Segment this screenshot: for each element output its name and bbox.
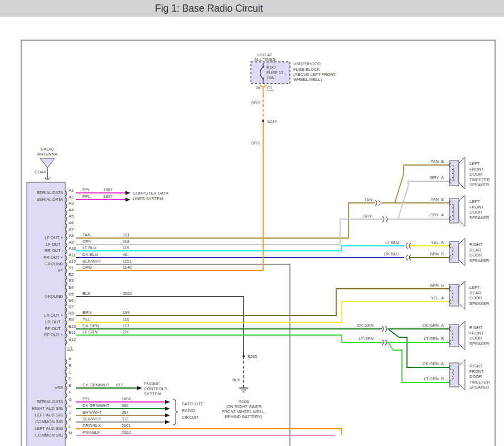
row-label: RR OUT - xyxy=(45,248,64,253)
wire-color-label: LT BLU xyxy=(385,240,399,245)
row-label: VSS xyxy=(55,385,63,390)
speaker-name-line: TWEETER xyxy=(469,380,490,385)
wire-color-label: DK GRN/WHT xyxy=(83,382,110,387)
fuse-terminal-dot xyxy=(263,78,264,80)
pin-letter: B xyxy=(441,376,444,381)
pin-label: A10 xyxy=(69,246,76,251)
row-label: SERIAL DATA xyxy=(37,190,63,195)
wire-color-label: GRY xyxy=(83,239,91,244)
speaker-name-line: SPEAKER xyxy=(469,301,490,306)
row-label: SERIAL DATA xyxy=(37,399,63,404)
pin-label: D xyxy=(69,376,72,381)
engine-controls-label: CONTROLS xyxy=(144,386,167,391)
wire-color-label: LT GRN xyxy=(358,336,374,341)
speaker-name-line: DOOR xyxy=(469,210,482,215)
pin-letter: A xyxy=(441,240,444,245)
splice-s214-label: S214 xyxy=(267,119,277,124)
wire-color-label: BLK/WHT xyxy=(83,259,101,264)
wire-color-label: PPL xyxy=(83,194,90,199)
speaker-name-line: SPEAKER xyxy=(469,341,490,346)
splice-s214-dot xyxy=(262,120,264,122)
pin-label: G xyxy=(69,397,72,402)
splice-s205-label: S205 xyxy=(248,354,258,359)
wire-color-label: BRN/WHT xyxy=(83,410,102,415)
speaker-magnet xyxy=(449,324,459,347)
speaker-magnet xyxy=(449,161,459,186)
computer-data-label: COMPUTER DATA xyxy=(133,191,168,196)
row-label: LR OUT - xyxy=(45,319,63,324)
coax-label: COAX xyxy=(35,169,46,174)
pin-label: B7 xyxy=(69,304,74,309)
speaker-name-line: FRONT xyxy=(469,369,484,374)
row-label: COMMON SIG xyxy=(35,433,63,438)
pin-label: A3 xyxy=(69,201,74,206)
circuit-number: 1807 xyxy=(103,194,113,199)
speaker-name-line: TWEETER xyxy=(469,177,490,182)
connector-c1-label: C1 xyxy=(67,346,73,351)
circuit-number: 199 xyxy=(123,310,130,315)
pin-label: C xyxy=(69,370,72,375)
ground-location-line: FRONT WHEEL WELL, xyxy=(222,409,266,414)
wire-color-label: DK GRN xyxy=(423,361,439,366)
title-bar: Fig 1: Base Radio Circuit xyxy=(0,0,504,17)
speaker-name-line: SPEAKER xyxy=(469,215,490,220)
pin-label: E xyxy=(69,383,71,388)
pin-label: A9 xyxy=(69,240,74,245)
fuse-location-line: WHEEL WELL) xyxy=(293,77,322,82)
figure-title: Fig 1: Base Radio Circuit xyxy=(155,3,263,14)
pin-letter: B xyxy=(441,251,444,256)
wire-color-label: LT GRN xyxy=(424,336,439,341)
circuit-number: 115 xyxy=(123,245,129,250)
pin-label: B3 xyxy=(69,278,74,283)
circuit-number: 1807 xyxy=(122,396,131,401)
antenna-label-line: RADIO xyxy=(41,147,54,152)
wire-color-label: YEL xyxy=(83,317,90,322)
circuit-number: 117 xyxy=(123,323,129,328)
pin-label: B1 xyxy=(69,265,74,270)
fuse-name-line: FUSE 13 xyxy=(266,70,283,75)
pin-label: A12 xyxy=(69,259,76,264)
wire-color-label: DK GRN xyxy=(83,323,99,328)
wire-color-label: LT GRN xyxy=(83,329,98,334)
circuit-number: 116 xyxy=(123,317,129,322)
row-label: COMMON SIG xyxy=(35,419,63,424)
circuit-number: 368 xyxy=(122,403,129,408)
fuse-terminal-dot xyxy=(263,66,264,68)
speaker-name-line: RIGHT xyxy=(469,363,483,369)
pin-label: A xyxy=(69,356,71,361)
row-label: SERIAL DATA xyxy=(37,197,63,202)
pin-label: M xyxy=(69,430,72,435)
wire-color-label: ORG/BLK xyxy=(83,423,101,428)
speaker-name-line: DOOR xyxy=(469,253,482,258)
wire-color-label: TAN xyxy=(431,197,439,202)
org-wire-label-2: ORG xyxy=(251,140,260,146)
row-label: LF OUT + xyxy=(45,235,64,240)
speaker-name-line: DOOR xyxy=(469,374,482,379)
circuit-number: 1807 xyxy=(103,187,113,192)
speaker-name-line: LEFT xyxy=(469,285,480,290)
row-label: RF OUT - xyxy=(45,326,64,331)
wire-color-label: BLK xyxy=(83,291,90,296)
speaker-name-line: SPEAKER xyxy=(469,385,490,390)
circuit-number: 2061 xyxy=(122,423,131,428)
circuit-number: 2050 xyxy=(123,291,132,296)
wire-color-label: PNK/BLK xyxy=(83,430,100,435)
pin-label: A11 xyxy=(69,253,76,258)
wire-color-label: TAN xyxy=(365,197,372,202)
pin-letter: A xyxy=(441,295,444,300)
row-label: B+ xyxy=(58,268,64,273)
org-wire-label-1: ORG xyxy=(251,100,260,105)
blk-wire-label: BLK xyxy=(232,377,240,382)
pin-label: B4 xyxy=(69,285,74,290)
row-label: RIGHT AUD SIG xyxy=(32,406,63,411)
row-label: RF OUT + xyxy=(44,332,64,337)
pin-label: B2 xyxy=(69,272,74,277)
pin-label: F xyxy=(69,390,71,395)
computer-data-label: LINES SYSTEM xyxy=(133,196,163,201)
pin-label: H xyxy=(69,404,71,409)
speaker-name-line: DOOR xyxy=(469,172,482,177)
engine-controls-label: ENGINE xyxy=(144,381,160,386)
antenna-label-line: ANTENNA xyxy=(37,152,57,157)
circuit-number: 372 xyxy=(122,416,129,421)
wire-color-label: DK BLU xyxy=(384,251,399,256)
